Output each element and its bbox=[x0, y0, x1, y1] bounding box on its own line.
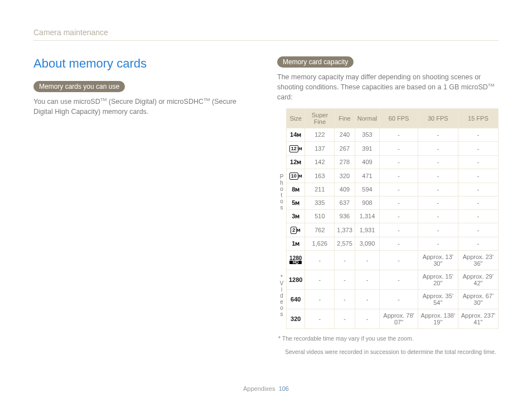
table-header: Super Fine bbox=[305, 108, 335, 128]
table-cell: 278 bbox=[335, 155, 355, 169]
table-cell: Approx. 78' 07" bbox=[380, 309, 418, 328]
pill-memory-cards-you-can-use: Memory cards you can use bbox=[33, 81, 125, 92]
table-row: 320---Approx. 78' 07"Approx. 138' 19"App… bbox=[287, 309, 499, 328]
table-header: Size bbox=[287, 108, 305, 128]
tm: TM bbox=[488, 83, 495, 88]
table-cell: 211 bbox=[305, 183, 335, 196]
table-cell: 510 bbox=[305, 209, 335, 223]
tm: TM bbox=[204, 97, 210, 102]
right-column: Memory card capacity The memory capacity… bbox=[277, 56, 499, 356]
table-row: 2ᴍ7621,3731,931--- bbox=[287, 223, 499, 237]
tm: TM bbox=[100, 97, 107, 102]
table-cell: 320 bbox=[335, 169, 355, 183]
table-row: 8ᴍ211409594--- bbox=[287, 183, 499, 196]
table-cell: - bbox=[335, 270, 355, 289]
table-cell: 142 bbox=[305, 155, 335, 169]
right-body-text: The memory capacity may differ depending… bbox=[277, 72, 499, 103]
row-group-labels: Photos *Videos bbox=[277, 108, 286, 329]
size-cell: 8ᴍ bbox=[287, 183, 305, 196]
table-cell: 908 bbox=[355, 196, 379, 209]
text: The memory capacity may differ depending… bbox=[277, 73, 488, 91]
footnote-2: Several videos were recorded in successi… bbox=[277, 348, 499, 356]
table-row: 1280----Approx. 15' 20"Approx. 29' 42" bbox=[287, 270, 499, 289]
table-cell: Approx. 29' 42" bbox=[458, 270, 498, 289]
table-cell: - bbox=[418, 196, 458, 209]
table-cell: 1,931 bbox=[355, 223, 379, 237]
table-cell: 391 bbox=[355, 141, 379, 155]
table-cell: - bbox=[305, 309, 335, 328]
table-row: 14ᴍ122240353--- bbox=[287, 128, 499, 141]
size-cell: 640 bbox=[287, 289, 305, 309]
table-cell: - bbox=[380, 155, 418, 169]
table-cell: - bbox=[458, 128, 498, 141]
size-cell: 12ᴍ bbox=[287, 141, 305, 155]
table-row: 10ᴍ163320471--- bbox=[287, 169, 499, 183]
table-cell: - bbox=[458, 141, 498, 155]
table-row: 1280HQ----Approx. 13' 30"Approx. 23' 36" bbox=[287, 250, 499, 270]
table-cell: - bbox=[305, 270, 335, 289]
size-cell: 2ᴍ bbox=[287, 223, 305, 237]
table-cell: 409 bbox=[355, 155, 379, 169]
table-cell: - bbox=[380, 196, 418, 209]
table-cell: 163 bbox=[305, 169, 335, 183]
page-number: 106 bbox=[279, 385, 289, 392]
size-cell: 5ᴍ bbox=[287, 196, 305, 209]
table-cell: 122 bbox=[305, 128, 335, 141]
table-cell: - bbox=[355, 250, 379, 270]
table-cell: - bbox=[355, 270, 379, 289]
text: You can use microSD bbox=[33, 98, 100, 106]
table-cell: Approx. 138' 19" bbox=[418, 309, 458, 328]
table-cell: - bbox=[380, 270, 418, 289]
table-cell: - bbox=[305, 250, 335, 270]
table-cell: - bbox=[458, 209, 498, 223]
table-cell: 240 bbox=[335, 128, 355, 141]
table-cell: Approx. 35' 54" bbox=[418, 289, 458, 309]
breadcrumb: Camera maintenance bbox=[33, 28, 499, 41]
table-cell: - bbox=[380, 250, 418, 270]
table-cell: - bbox=[418, 223, 458, 237]
table-row: 12ᴍ142278409--- bbox=[287, 155, 499, 169]
table-row: 1ᴍ1,6262,5753,090--- bbox=[287, 237, 499, 250]
table-cell: 762 bbox=[305, 223, 335, 237]
table-cell: 267 bbox=[335, 141, 355, 155]
capacity-table: SizeSuper FineFineNormal60 FPS30 FPS15 F… bbox=[286, 108, 499, 329]
table-cell: - bbox=[305, 289, 335, 309]
table-header: Normal bbox=[355, 108, 379, 128]
pill-memory-card-capacity: Memory card capacity bbox=[277, 56, 354, 68]
size-cell: 320 bbox=[287, 309, 305, 328]
table-cell: - bbox=[380, 141, 418, 155]
table-cell: Approx. 237' 41" bbox=[458, 309, 498, 328]
photos-label: Photos bbox=[277, 174, 286, 210]
table-cell: - bbox=[380, 169, 418, 183]
table-row: 12ᴍ137267391--- bbox=[287, 141, 499, 155]
size-cell: 10ᴍ bbox=[287, 169, 305, 183]
section-title: About memory cards bbox=[33, 56, 255, 71]
table-cell: - bbox=[355, 309, 379, 328]
table-row: 3ᴍ5109361,314--- bbox=[287, 209, 499, 223]
size-cell: 14ᴍ bbox=[287, 128, 305, 141]
table-header: Fine bbox=[335, 108, 355, 128]
table-cell: 471 bbox=[355, 169, 379, 183]
table-cell: 936 bbox=[335, 209, 355, 223]
table-header: 15 FPS bbox=[458, 108, 498, 128]
table-header: 60 FPS bbox=[380, 108, 418, 128]
videos-label: *Videos bbox=[277, 274, 286, 317]
table-cell: - bbox=[380, 289, 418, 309]
table-cell: - bbox=[458, 196, 498, 209]
table-cell: - bbox=[380, 183, 418, 196]
table-cell: 1,373 bbox=[335, 223, 355, 237]
size-cell: 1280 bbox=[287, 270, 305, 289]
table-cell: 1,626 bbox=[305, 237, 335, 250]
size-cell: 1280HQ bbox=[287, 250, 305, 270]
table-cell: 353 bbox=[355, 128, 379, 141]
table-cell: Approx. 23' 36" bbox=[458, 250, 498, 270]
table-cell: Approx. 67' 30" bbox=[458, 289, 498, 309]
table-cell: - bbox=[418, 169, 458, 183]
table-cell: - bbox=[335, 289, 355, 309]
size-cell: 12ᴍ bbox=[287, 155, 305, 169]
table-cell: Approx. 13' 30" bbox=[418, 250, 458, 270]
table-cell: 1,314 bbox=[355, 209, 379, 223]
table-cell: 637 bbox=[335, 196, 355, 209]
table-cell: - bbox=[380, 237, 418, 250]
page-footer: Appendixes 106 bbox=[0, 385, 532, 392]
